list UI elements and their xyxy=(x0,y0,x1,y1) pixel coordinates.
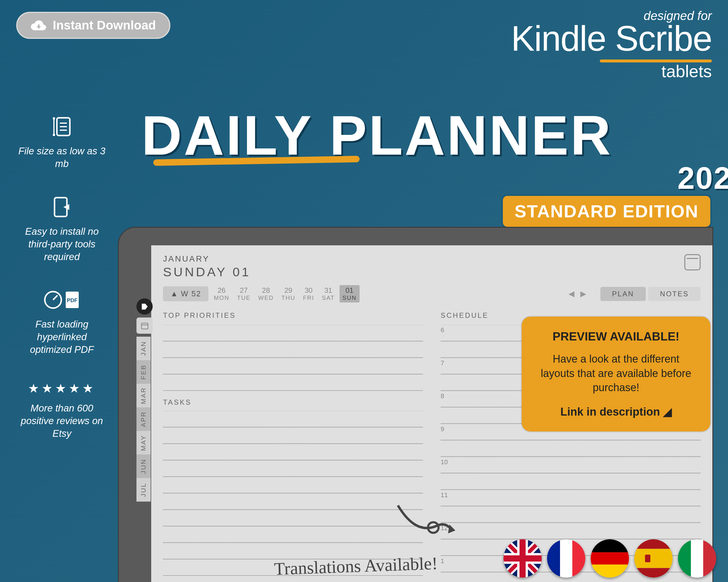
month-tab[interactable]: JAN xyxy=(136,337,151,360)
svg-rect-19 xyxy=(560,539,572,578)
flag-list xyxy=(503,539,716,578)
preview-callout: PREVIEW AVAILABLE! Have a look at the di… xyxy=(522,316,710,432)
weekday-list: 26MON27TUE28WED29THU30FRI31SAT01SUN xyxy=(211,285,359,303)
schedule-row: 11 xyxy=(441,490,701,506)
feature-reviews: ★★★★★ More than 600 positive reviews on … xyxy=(18,381,106,440)
svg-rect-27 xyxy=(634,549,673,568)
speed-pdf-icon: PDF xyxy=(43,288,81,312)
years-subtitle: 2024 + 2025 xyxy=(677,161,728,196)
svg-rect-22 xyxy=(591,539,629,552)
feature-pdf: PDF Fast loading hyperlinked optimized P… xyxy=(18,288,106,356)
tag-icon[interactable] xyxy=(136,298,153,314)
weekday-cell[interactable]: 01SUN xyxy=(340,285,360,303)
flag-it-icon xyxy=(678,539,716,578)
day-label: SUNDAY 01 xyxy=(163,265,251,279)
callout-link[interactable]: Link in description xyxy=(537,405,696,418)
next-arrow-icon[interactable]: ▶ xyxy=(580,289,586,298)
month-tabs: JANFEBMARAPRMAYJUNJUL xyxy=(136,337,153,502)
nav-arrows: ◀ ▶ xyxy=(569,289,586,298)
svg-rect-31 xyxy=(678,539,691,578)
svg-rect-24 xyxy=(591,564,629,578)
instant-download-text: Instant Download xyxy=(53,18,156,32)
weekday-cell[interactable]: 26MON xyxy=(211,285,232,303)
priorities-header: TOP PRIORITIES xyxy=(163,311,423,320)
svg-text:PDF: PDF xyxy=(67,298,78,303)
flag-uk-icon xyxy=(503,539,542,578)
calendar-small-icon[interactable] xyxy=(136,317,153,334)
flag-de-icon xyxy=(591,539,629,578)
priorities-column: TOP PRIORITIES TASKS xyxy=(163,311,423,582)
svg-rect-33 xyxy=(703,539,716,578)
svg-point-5 xyxy=(53,117,55,119)
feature-install: Easy to install no third-party tools req… xyxy=(18,195,106,263)
notes-tab[interactable]: NOTES xyxy=(648,287,701,301)
feature-filesize: File size as low as 3 mb xyxy=(18,115,106,170)
cloud-download-icon xyxy=(31,20,47,31)
calendar-icon[interactable] xyxy=(684,254,701,270)
device-label: tablets xyxy=(511,61,712,81)
feature-text: Easy to install no third-party tools req… xyxy=(18,225,106,263)
brand-name: Kindle Scribe xyxy=(511,21,712,56)
svg-rect-23 xyxy=(591,552,629,564)
features-sidebar: File size as low as 3 mb Easy to install… xyxy=(18,115,106,440)
title-block: DAILY PLANNER 2024 + 2025 xyxy=(141,103,613,167)
file-size-icon xyxy=(52,115,72,138)
svg-line-9 xyxy=(53,296,57,300)
main-title: DAILY PLANNER xyxy=(141,103,613,167)
weekday-cell[interactable]: 31SAT xyxy=(319,285,337,303)
weekday-cell[interactable]: 30FRI xyxy=(300,285,317,303)
week-bar: ▲ W 52 26MON27TUE28WED29THU30FRI31SAT01S… xyxy=(163,285,701,303)
instant-download-badge: Instant Download xyxy=(16,12,171,39)
month-tab[interactable]: FEB xyxy=(136,360,151,384)
screen-side-buttons: JANFEBMARAPRMAYJUNJUL xyxy=(136,298,153,502)
svg-rect-28 xyxy=(634,568,673,578)
month-tab[interactable]: MAY xyxy=(136,431,151,454)
callout-title: PREVIEW AVAILABLE! xyxy=(537,330,696,343)
install-icon xyxy=(52,195,72,219)
schedule-row: 10 xyxy=(441,457,701,473)
flag-fr-icon xyxy=(547,539,586,578)
flag-es-icon xyxy=(634,539,673,578)
month-tab[interactable]: APR xyxy=(136,407,151,431)
prev-arrow-icon[interactable]: ◀ xyxy=(569,289,574,298)
svg-rect-20 xyxy=(572,539,586,578)
month-label: JANUARY xyxy=(163,254,251,264)
week-number-button[interactable]: ▲ W 52 xyxy=(163,286,208,301)
weekday-cell[interactable]: 27TUE xyxy=(234,285,254,303)
month-tab[interactable]: JUL xyxy=(136,478,151,502)
svg-rect-29 xyxy=(645,555,650,562)
arrow-curve-icon xyxy=(392,500,466,547)
svg-point-6 xyxy=(53,134,55,136)
feature-text: File size as low as 3 mb xyxy=(18,145,106,170)
svg-rect-18 xyxy=(547,539,560,578)
schedule-row: 12 xyxy=(441,523,701,539)
svg-rect-32 xyxy=(691,539,703,578)
month-tab[interactable]: JUN xyxy=(136,454,151,478)
header-brand: designed for Kindle Scribe tablets xyxy=(511,9,712,81)
star-rating-icon: ★★★★★ xyxy=(28,381,96,395)
tasks-header: TASKS xyxy=(163,398,423,407)
weekday-cell[interactable]: 28WED xyxy=(255,285,277,303)
weekday-cell[interactable]: 29THU xyxy=(279,285,298,303)
edition-badge: STANDARD EDITION xyxy=(501,194,712,228)
feature-text: Fast loading hyperlinked optimized PDF xyxy=(18,318,106,356)
callout-body: Have a look at the different layouts tha… xyxy=(537,352,696,395)
plan-tab[interactable]: PLAN xyxy=(600,287,646,301)
month-tab[interactable]: MAR xyxy=(136,384,151,407)
svg-rect-12 xyxy=(141,323,148,329)
svg-rect-26 xyxy=(634,539,673,549)
feature-text: More than 600 positive reviews on Etsy xyxy=(18,402,106,440)
